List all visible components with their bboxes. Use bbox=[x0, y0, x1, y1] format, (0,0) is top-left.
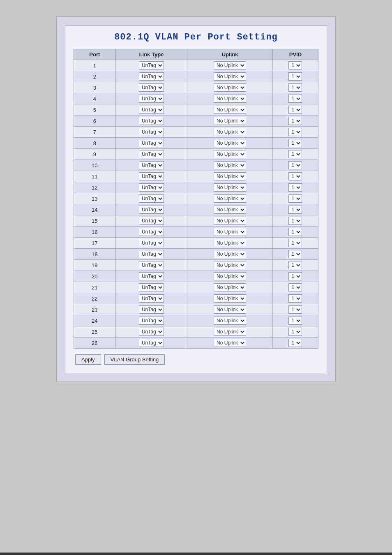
uplink-select[interactable]: No UplinkUplink bbox=[214, 95, 246, 103]
pvid-select[interactable]: 1234 bbox=[288, 61, 302, 69]
uplink-cell: No UplinkUplink bbox=[187, 227, 273, 238]
uplink-select[interactable]: No UplinkUplink bbox=[214, 206, 246, 214]
link-type-select[interactable]: UnTagTag bbox=[139, 206, 164, 214]
pvid-select[interactable]: 1234 bbox=[288, 317, 302, 325]
uplink-cell: No UplinkUplink bbox=[187, 82, 273, 93]
link-type-select[interactable]: UnTagTag bbox=[139, 95, 164, 103]
link-type-select[interactable]: UnTagTag bbox=[139, 272, 164, 280]
uplink-cell: No UplinkUplink bbox=[187, 282, 273, 293]
pvid-select[interactable]: 1234 bbox=[288, 128, 302, 136]
link-type-select[interactable]: UnTagTag bbox=[139, 194, 164, 203]
pvid-select[interactable]: 1234 bbox=[288, 272, 302, 280]
pvid-cell: 1234 bbox=[272, 127, 318, 138]
table-row: 14UnTagTagNo UplinkUplink1234 bbox=[74, 204, 318, 215]
pvid-cell: 1234 bbox=[272, 315, 318, 326]
link-type-select[interactable]: UnTagTag bbox=[139, 83, 164, 92]
link-type-select[interactable]: UnTagTag bbox=[139, 328, 164, 336]
link-type-select[interactable]: UnTagTag bbox=[139, 283, 164, 291]
uplink-select[interactable]: No UplinkUplink bbox=[214, 328, 246, 336]
pvid-select[interactable]: 1234 bbox=[288, 139, 302, 147]
pvid-select[interactable]: 1234 bbox=[288, 217, 302, 225]
uplink-select[interactable]: No UplinkUplink bbox=[214, 128, 246, 136]
pvid-select[interactable]: 1234 bbox=[288, 339, 302, 347]
pvid-select[interactable]: 1234 bbox=[288, 294, 302, 303]
link-type-select[interactable]: UnTagTag bbox=[139, 72, 164, 81]
link-type-select[interactable]: UnTagTag bbox=[139, 139, 164, 147]
port-number: 2 bbox=[74, 71, 116, 82]
link-type-select[interactable]: UnTagTag bbox=[139, 161, 164, 169]
table-row: 22UnTagTagNo UplinkUplink1234 bbox=[74, 293, 318, 304]
pvid-select[interactable]: 1234 bbox=[288, 106, 302, 114]
pvid-select[interactable]: 1234 bbox=[288, 117, 302, 125]
pvid-select[interactable]: 1234 bbox=[288, 150, 302, 158]
uplink-select[interactable]: No UplinkUplink bbox=[214, 217, 246, 225]
table-row: 9UnTagTagNo UplinkUplink1234 bbox=[74, 149, 318, 160]
uplink-select[interactable]: No UplinkUplink bbox=[214, 261, 246, 269]
link-type-select[interactable]: UnTagTag bbox=[139, 339, 164, 347]
pvid-select[interactable]: 1234 bbox=[288, 328, 302, 336]
pvid-select[interactable]: 1234 bbox=[288, 261, 302, 269]
vlan-group-setting-button[interactable]: VLAN Group Setting bbox=[104, 354, 165, 365]
uplink-select[interactable]: No UplinkUplink bbox=[214, 250, 246, 258]
pvid-select[interactable]: 1234 bbox=[288, 95, 302, 103]
link-type-select[interactable]: UnTagTag bbox=[139, 117, 164, 125]
link-type-cell: UnTagTag bbox=[115, 127, 187, 138]
link-type-select[interactable]: UnTagTag bbox=[139, 239, 164, 247]
pvid-select[interactable]: 1234 bbox=[288, 305, 302, 314]
pvid-select[interactable]: 1234 bbox=[288, 206, 302, 214]
uplink-select[interactable]: No UplinkUplink bbox=[214, 339, 246, 347]
col-pvid: PVID bbox=[272, 49, 318, 60]
pvid-select[interactable]: 1234 bbox=[288, 83, 302, 92]
uplink-select[interactable]: No UplinkUplink bbox=[214, 161, 246, 169]
uplink-select[interactable]: No UplinkUplink bbox=[214, 106, 246, 114]
link-type-select[interactable]: UnTagTag bbox=[139, 317, 164, 325]
link-type-select[interactable]: UnTagTag bbox=[139, 228, 164, 236]
link-type-select[interactable]: UnTagTag bbox=[139, 106, 164, 114]
uplink-select[interactable]: No UplinkUplink bbox=[214, 150, 246, 158]
uplink-select[interactable]: No UplinkUplink bbox=[214, 183, 246, 192]
uplink-select[interactable]: No UplinkUplink bbox=[214, 117, 246, 125]
uplink-select[interactable]: No UplinkUplink bbox=[214, 228, 246, 236]
pvid-select[interactable]: 1234 bbox=[288, 228, 302, 236]
link-type-select[interactable]: UnTagTag bbox=[139, 172, 164, 180]
pvid-select[interactable]: 1234 bbox=[288, 161, 302, 169]
uplink-select[interactable]: No UplinkUplink bbox=[214, 305, 246, 314]
pvid-cell: 1234 bbox=[272, 138, 318, 149]
link-type-select[interactable]: UnTagTag bbox=[139, 294, 164, 303]
pvid-select[interactable]: 1234 bbox=[288, 283, 302, 291]
uplink-select[interactable]: No UplinkUplink bbox=[214, 194, 246, 203]
port-number: 11 bbox=[74, 171, 116, 182]
link-type-select[interactable]: UnTagTag bbox=[139, 250, 164, 258]
link-type-select[interactable]: UnTagTag bbox=[139, 150, 164, 158]
uplink-select[interactable]: No UplinkUplink bbox=[214, 172, 246, 180]
link-type-select[interactable]: UnTagTag bbox=[139, 217, 164, 225]
uplink-select[interactable]: No UplinkUplink bbox=[214, 139, 246, 147]
link-type-cell: UnTagTag bbox=[115, 60, 187, 71]
pvid-select[interactable]: 1234 bbox=[288, 183, 302, 192]
link-type-select[interactable]: UnTagTag bbox=[139, 61, 164, 69]
uplink-select[interactable]: No UplinkUplink bbox=[214, 317, 246, 325]
link-type-select[interactable]: UnTagTag bbox=[139, 128, 164, 136]
uplink-select[interactable]: No UplinkUplink bbox=[214, 72, 246, 81]
pvid-cell: 1234 bbox=[272, 71, 318, 82]
pvid-select[interactable]: 1234 bbox=[288, 239, 302, 247]
link-type-cell: UnTagTag bbox=[115, 260, 187, 271]
pvid-select[interactable]: 1234 bbox=[288, 172, 302, 180]
link-type-select[interactable]: UnTagTag bbox=[139, 305, 164, 314]
table-row: 26UnTagTagNo UplinkUplink1234 bbox=[74, 338, 318, 349]
uplink-select[interactable]: No UplinkUplink bbox=[214, 294, 246, 303]
port-number: 5 bbox=[74, 104, 116, 116]
apply-button[interactable]: Apply bbox=[75, 354, 101, 365]
link-type-select[interactable]: UnTagTag bbox=[139, 183, 164, 192]
link-type-select[interactable]: UnTagTag bbox=[139, 261, 164, 269]
pvid-select[interactable]: 1234 bbox=[288, 194, 302, 203]
uplink-select[interactable]: No UplinkUplink bbox=[214, 239, 246, 247]
pvid-cell: 1234 bbox=[272, 60, 318, 71]
uplink-select[interactable]: No UplinkUplink bbox=[214, 283, 246, 291]
pvid-select[interactable]: 1234 bbox=[288, 250, 302, 258]
uplink-select[interactable]: No UplinkUplink bbox=[214, 61, 246, 69]
pvid-select[interactable]: 1234 bbox=[288, 72, 302, 81]
uplink-select[interactable]: No UplinkUplink bbox=[214, 83, 246, 92]
pvid-cell: 1234 bbox=[272, 293, 318, 304]
uplink-select[interactable]: No UplinkUplink bbox=[214, 272, 246, 280]
